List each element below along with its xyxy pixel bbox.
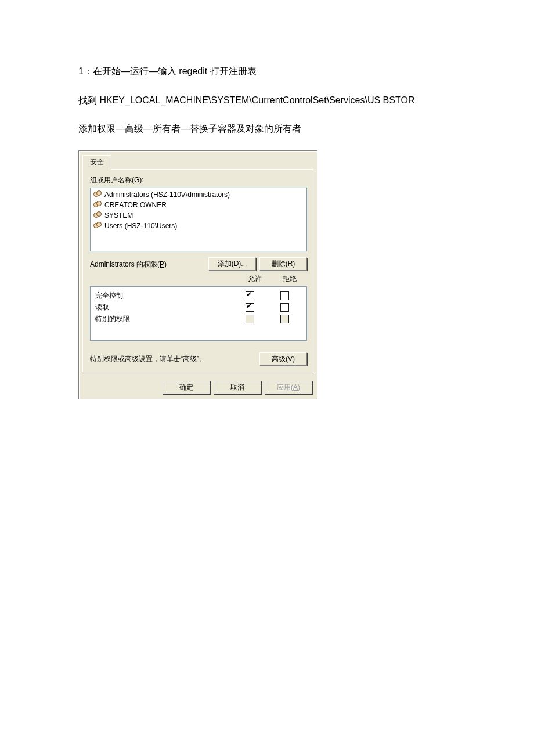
adv-post: ) <box>293 355 295 363</box>
apply-button: 应用(A) <box>265 381 312 394</box>
deny-header: 拒绝 <box>272 274 307 284</box>
tabstrip: 安全 <box>79 151 317 169</box>
groups-label: 组或用户名称(G): <box>90 175 307 185</box>
permission-row: 完全控制 <box>95 290 302 302</box>
group-icon <box>93 190 102 199</box>
allow-checkbox[interactable] <box>246 303 254 312</box>
permission-headers: 允许 拒绝 <box>90 274 307 284</box>
perm-for-post: ) <box>164 260 167 268</box>
paragraph-3: 添加权限—高级—所有者—替换子容器及对象的所有者 <box>78 121 456 136</box>
paragraph-1: 1：在开始—运行—输入 regedit 打开注册表 <box>78 64 456 79</box>
permission-name: 读取 <box>95 303 232 312</box>
list-item[interactable]: CREATOR OWNER <box>92 200 305 210</box>
deny-checkbox[interactable] <box>280 291 289 300</box>
permissions-listbox: 完全控制 读取 特别的权限 <box>90 286 307 341</box>
advanced-row: 特别权限或高级设置，请单击“高级”。 高级(V) <box>90 352 307 366</box>
remove-button[interactable]: 删除(R) <box>259 257 307 271</box>
paragraph-2: 找到 HKEY_LOCAL_MACHINE\SYSTEM\CurrentCont… <box>78 93 456 108</box>
list-item-label: CREATOR OWNER <box>104 201 167 209</box>
add-post: )... <box>239 260 247 268</box>
remove-pre: 删除( <box>272 260 288 268</box>
deny-checkbox <box>280 315 289 323</box>
list-item-label: SYSTEM <box>104 211 133 219</box>
document-page: 1：在开始—运行—输入 regedit 打开注册表 找到 HKEY_LOCAL_… <box>0 0 534 399</box>
groups-label-post: ): <box>139 176 143 184</box>
ok-button[interactable]: 确定 <box>163 381 210 394</box>
advanced-text: 特别权限或高级设置，请单击“高级”。 <box>90 354 255 364</box>
remove-post: ) <box>293 260 295 268</box>
advanced-button[interactable]: 高级(V) <box>259 352 307 366</box>
permission-row: 读取 <box>95 302 302 314</box>
apply-pre: 应用( <box>277 383 293 391</box>
group-icon <box>93 200 102 210</box>
groups-listbox[interactable]: Administrators (HSZ-110\Administrators) … <box>90 188 307 251</box>
permission-name: 完全控制 <box>95 291 232 301</box>
group-icon <box>93 211 102 220</box>
adv-pre: 高级( <box>272 355 288 363</box>
perm-for-hotkey: P <box>160 260 164 268</box>
list-item[interactable]: SYSTEM <box>92 210 305 221</box>
security-dialog: 安全 组或用户名称(G): Administrators (HSZ-110\Ad… <box>78 150 317 399</box>
group-icon <box>93 221 102 231</box>
add-remove-row: Administrators 的权限(P) 添加(D)... 删除(R) <box>90 257 307 271</box>
tab-panel: 组或用户名称(G): Administrators (HSZ-110\Admin… <box>82 169 313 372</box>
list-item-label: Users (HSZ-110\Users) <box>104 222 177 230</box>
permissions-for-label: Administrators 的权限(P) <box>90 257 204 269</box>
groups-label-hotkey: G <box>134 176 139 184</box>
adv-hotkey: V <box>288 355 293 363</box>
allow-checkbox <box>246 315 254 323</box>
cancel-button[interactable]: 取消 <box>214 381 261 394</box>
add-pre: 添加( <box>218 260 234 268</box>
allow-header: 允许 <box>237 274 272 284</box>
permission-row: 特别的权限 <box>95 314 302 325</box>
list-item[interactable]: Users (HSZ-110\Users) <box>92 221 305 231</box>
deny-checkbox[interactable] <box>280 303 289 312</box>
perm-for-pre: Administrators 的权限( <box>90 260 160 268</box>
permission-name: 特别的权限 <box>95 314 232 324</box>
apply-post: ) <box>298 383 300 391</box>
allow-checkbox[interactable] <box>246 291 254 300</box>
dialog-buttons: 确定 取消 应用(A) <box>79 376 317 399</box>
list-item-label: Administrators (HSZ-110\Administrators) <box>104 190 230 199</box>
groups-label-pre: 组或用户名称( <box>90 176 134 184</box>
list-item[interactable]: Administrators (HSZ-110\Administrators) <box>92 189 305 200</box>
add-button[interactable]: 添加(D)... <box>208 257 256 271</box>
apply-hotkey: A <box>293 383 298 391</box>
tab-security[interactable]: 安全 <box>82 155 111 170</box>
